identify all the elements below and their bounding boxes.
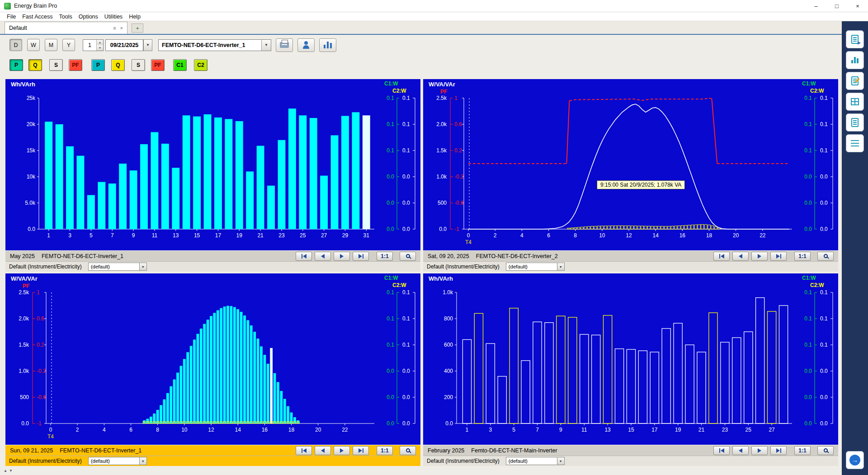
one-to-one-button[interactable]: 1:1 <box>794 446 811 455</box>
export-report-icon <box>851 35 859 44</box>
one-to-one-button[interactable]: 1:1 <box>794 252 811 261</box>
first-button[interactable] <box>296 252 312 261</box>
svg-text:31: 31 <box>363 232 370 239</box>
chart-tooltip: 9:15:00 Sat 20/9/2025; 1.078k VA <box>597 180 685 189</box>
svg-text:0.0: 0.0 <box>402 174 410 180</box>
scroll-up-icon[interactable]: ▲ <box>4 469 7 473</box>
svg-text:0.2: 0.2 <box>37 342 44 348</box>
svg-text:2: 2 <box>494 232 497 239</box>
svg-text:0.1: 0.1 <box>387 315 394 322</box>
chart-panel-2: W/VA/VAr PF C1:W C2:W 2.5k2.0k1.5k1.0k50… <box>423 79 838 272</box>
svg-text:20k: 20k <box>27 121 36 127</box>
first-button[interactable] <box>713 252 730 261</box>
svg-text:8: 8 <box>156 427 159 433</box>
profile-select[interactable]: (default) ▼ <box>88 457 147 465</box>
profile-select[interactable]: (default) ▼ <box>506 457 565 465</box>
first-button[interactable] <box>296 446 312 455</box>
one-to-one-button[interactable]: 1:1 <box>377 446 393 455</box>
zoom-button[interactable] <box>817 252 834 261</box>
next-button[interactable] <box>334 446 350 455</box>
first-button[interactable] <box>713 446 730 455</box>
next-button[interactable] <box>334 252 350 261</box>
svg-text:0.1: 0.1 <box>402 289 410 296</box>
first-icon <box>719 254 720 259</box>
chart-area[interactable]: W/VA/VAr PF C1:W C2:W 2.5k2.0k1.5k1.0k50… <box>423 79 838 250</box>
sidebar-edit-button[interactable] <box>846 72 864 90</box>
sidebar-list-button[interactable] <box>846 134 864 152</box>
svg-text:20: 20 <box>733 232 739 239</box>
svg-text:22: 22 <box>760 232 766 239</box>
chart-grid: Wh/VArh C1:W C2:W 25k20k15k10k5.0k0.00.1… <box>0 0 868 475</box>
svg-text:23: 23 <box>722 427 728 433</box>
previous-button[interactable] <box>315 446 331 455</box>
last-button[interactable] <box>353 252 369 261</box>
svg-text:17: 17 <box>215 232 222 239</box>
svg-text:13: 13 <box>173 232 179 239</box>
svg-text:13: 13 <box>604 427 611 433</box>
panel-period-label: Sat, 09 20, 2025 <box>428 253 469 259</box>
zoom-button[interactable] <box>817 446 834 455</box>
svg-text:3: 3 <box>68 232 71 239</box>
svg-text:15: 15 <box>628 427 634 433</box>
svg-text:7: 7 <box>111 232 114 239</box>
profile-value: (default) <box>89 458 139 464</box>
previous-button[interactable] <box>732 446 749 455</box>
svg-text:0.6: 0.6 <box>454 121 462 127</box>
last-button[interactable] <box>353 446 369 455</box>
svg-text:25k: 25k <box>27 95 36 101</box>
bottom-scroll-strip: ▲ ▼ <box>0 466 842 475</box>
svg-text:0.0: 0.0 <box>445 420 453 427</box>
y-axis-unit-label: Wh/VArh <box>11 81 35 88</box>
svg-text:1: 1 <box>454 95 458 101</box>
next-button[interactable] <box>751 446 768 455</box>
svg-text:600: 600 <box>444 342 453 348</box>
zoom-button[interactable] <box>400 252 416 261</box>
magnifier-icon <box>406 448 410 452</box>
sidebar-go-button[interactable]: → <box>846 451 864 469</box>
svg-text:-0.2: -0.2 <box>454 174 464 180</box>
svg-text:18: 18 <box>706 232 712 239</box>
svg-text:15k: 15k <box>27 147 36 154</box>
sidebar-chart-button[interactable] <box>846 51 864 69</box>
svg-text:0.0: 0.0 <box>439 226 447 232</box>
svg-text:0.1: 0.1 <box>402 121 410 127</box>
svg-text:23: 23 <box>278 232 285 239</box>
svg-text:27: 27 <box>321 232 327 239</box>
table-icon <box>851 98 859 105</box>
scroll-down-icon[interactable]: ▼ <box>9 469 13 473</box>
svg-text:0.1: 0.1 <box>804 342 812 348</box>
zoom-button[interactable] <box>400 446 416 455</box>
svg-text:1: 1 <box>37 289 40 296</box>
last-button[interactable] <box>770 252 787 261</box>
one-to-one-button[interactable]: 1:1 <box>377 252 393 261</box>
svg-text:17: 17 <box>651 427 658 433</box>
svg-text:-0.6: -0.6 <box>454 200 464 206</box>
svg-text:0.0: 0.0 <box>820 174 828 180</box>
chart-area[interactable]: Wh/VArh C1:W C2:W 1.0k8006004002000.00.1… <box>423 273 838 445</box>
bar-chart-icon <box>854 57 856 63</box>
svg-text:500: 500 <box>20 394 29 400</box>
last-icon <box>359 254 362 259</box>
sidebar-export-button[interactable] <box>846 30 864 48</box>
last-button[interactable] <box>770 446 787 455</box>
panel-status-bar: May 2025 FEMTO-NET-D6-ECT-Inverter_1 1:1 <box>5 250 420 261</box>
pf-axis-label: PF <box>440 89 447 95</box>
sidebar-document-button[interactable] <box>846 113 864 132</box>
svg-text:6: 6 <box>547 232 550 239</box>
previous-button[interactable] <box>732 252 749 261</box>
svg-text:0.0: 0.0 <box>820 420 828 427</box>
chart-area[interactable]: W/VA/VAr PF C1:W C2:W 2.5k2.0k1.5k1.0k50… <box>5 273 420 445</box>
sidebar-table-button[interactable] <box>846 93 864 111</box>
svg-text:0.0: 0.0 <box>804 200 812 206</box>
previous-button[interactable] <box>315 252 331 261</box>
profile-select[interactable]: (default) ▼ <box>506 263 565 271</box>
svg-text:0.0: 0.0 <box>402 200 410 206</box>
chart-area[interactable]: Wh/VArh C1:W C2:W 25k20k15k10k5.0k0.00.1… <box>5 79 420 250</box>
svg-text:21: 21 <box>698 427 705 433</box>
profile-select[interactable]: (default) ▼ <box>88 263 147 271</box>
svg-text:0.0: 0.0 <box>820 200 828 206</box>
right-sidebar: → <box>842 21 868 475</box>
next-button[interactable] <box>751 252 768 261</box>
svg-text:0.1: 0.1 <box>820 95 828 101</box>
svg-text:2.5k: 2.5k <box>436 95 447 101</box>
